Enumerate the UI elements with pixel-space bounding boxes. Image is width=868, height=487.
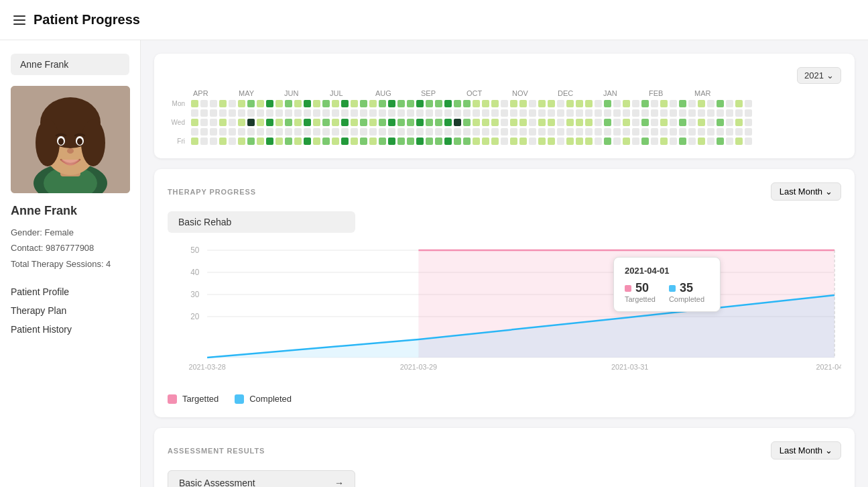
grid-cell	[670, 138, 677, 145]
grid-cell	[632, 109, 639, 117]
therapy-chart-svg: 50 40 30 20 2021-03-28 2021-03-29 2021	[168, 243, 841, 378]
grid-cell	[735, 138, 743, 145]
main-layout: Anne Frank	[0, 40, 868, 487]
grid-cell	[510, 119, 517, 126]
therapy-plan-selector[interactable]: Basic Rehab	[168, 211, 355, 233]
month-labels: APRMAYJUNJULAUGSEPOCTNOVDECJANFEBMAR	[193, 89, 841, 97]
grid-cell	[707, 100, 715, 107]
grid-cell	[595, 119, 602, 126]
grid-cell	[360, 138, 367, 145]
grid-cell	[360, 100, 367, 107]
grid-cell	[538, 138, 546, 145]
grid-cell	[557, 138, 564, 145]
grid-cell	[397, 100, 405, 107]
grid-cell	[454, 128, 461, 136]
patient-full-name: Anne Frank	[11, 204, 129, 218]
grid-cell	[632, 119, 639, 126]
grid-cell	[257, 100, 264, 107]
legend-targeted: Targetted	[168, 394, 219, 404]
month-label-nov: NOV	[512, 89, 558, 97]
grid-cell	[247, 138, 255, 145]
grid-cell	[463, 138, 471, 145]
grid-cell	[698, 138, 705, 145]
grid-cell	[407, 119, 414, 126]
grid-cell	[660, 128, 668, 136]
grid-cell	[566, 119, 574, 126]
grid-cell	[473, 138, 480, 145]
grid-cell	[660, 138, 668, 145]
grid-cell	[444, 138, 452, 145]
grid-cell	[388, 128, 395, 136]
grid-cell	[670, 100, 677, 107]
therapy-filter-btn[interactable]: Last Month ⌄	[771, 182, 841, 201]
grid-cell	[651, 138, 658, 145]
grid-cell	[576, 138, 583, 145]
grid-cell	[698, 119, 705, 126]
assessment-section-header: ASSESSMENT RESULTS Last Month ⌄	[168, 441, 841, 459]
grid-cell	[651, 109, 658, 117]
grid-cell	[397, 128, 405, 136]
grid-cell	[454, 138, 461, 145]
grid-cell	[623, 109, 630, 117]
grid-cell	[501, 109, 508, 117]
hamburger-menu[interactable]	[13, 15, 25, 25]
grid-cell	[566, 138, 574, 145]
grid-cell	[473, 109, 480, 117]
grid-cell	[304, 138, 311, 145]
grid-cell	[613, 119, 621, 126]
grid-cell	[679, 119, 686, 126]
grid-cell	[416, 138, 424, 145]
grid-cell	[473, 128, 480, 136]
grid-cell	[641, 119, 649, 126]
grid-row-Fri: Fri	[168, 138, 841, 145]
grid-cell	[247, 119, 255, 126]
svg-point-9	[58, 138, 64, 145]
grid-cell	[210, 138, 217, 145]
grid-cells	[191, 100, 752, 107]
sidebar-item-history[interactable]: Patient History	[11, 323, 129, 336]
grid-cell	[369, 109, 377, 117]
assessment-filter-chevron: ⌄	[825, 445, 832, 455]
activity-grid-card: 2021 ⌄ APRMAYJUNJULAUGSEPOCTNOVDECJANFEB…	[154, 54, 855, 158]
grid-cell	[435, 109, 442, 117]
grid-cell	[341, 128, 349, 136]
tooltip-completed-label: Completed	[669, 295, 704, 303]
grid-cell	[538, 100, 546, 107]
grid-cell	[735, 109, 743, 117]
tooltip-completed: 35 Completed	[669, 281, 704, 303]
grid-cell	[416, 109, 424, 117]
grid-cell	[388, 109, 395, 117]
grid-cell	[313, 128, 320, 136]
grid-cell	[379, 109, 386, 117]
grid-cell	[670, 128, 677, 136]
grid-cell	[247, 100, 255, 107]
sidebar-item-profile[interactable]: Patient Profile	[11, 285, 129, 299]
grid-cell	[585, 100, 593, 107]
grid-cell	[454, 100, 461, 107]
grid-cell	[407, 109, 414, 117]
grid-cell	[397, 109, 405, 117]
sidebar-item-therapy-plan[interactable]: Therapy Plan	[11, 304, 129, 317]
grid-cell	[379, 119, 386, 126]
assessment-filter-btn[interactable]: Last Month ⌄	[771, 441, 841, 459]
grid-cell	[707, 138, 715, 145]
sidebar-nav: Patient Profile Therapy Plan Patient His…	[11, 285, 129, 336]
grid-cell	[210, 109, 217, 117]
year-selector[interactable]: 2021 ⌄	[797, 67, 841, 84]
patient-sessions: Total Therapy Sessions: 4	[11, 256, 129, 272]
month-label-dec: DEC	[558, 89, 603, 97]
grid-cell	[688, 109, 696, 117]
grid-cell	[529, 109, 536, 117]
grid-cell	[529, 100, 536, 107]
main-content: 2021 ⌄ APRMAYJUNJULAUGSEPOCTNOVDECJANFEB…	[141, 40, 868, 487]
assessment-plan-btn[interactable]: Basic Assessment →	[168, 470, 355, 487]
grid-cell	[707, 109, 715, 117]
grid-cell	[510, 100, 517, 107]
grid-cell	[726, 128, 733, 136]
grid-cell	[304, 119, 311, 126]
grid-cell	[735, 119, 743, 126]
grid-cell	[360, 128, 367, 136]
grid-cell	[210, 128, 217, 136]
grid-cell	[435, 138, 442, 145]
grid-cell	[369, 138, 377, 145]
